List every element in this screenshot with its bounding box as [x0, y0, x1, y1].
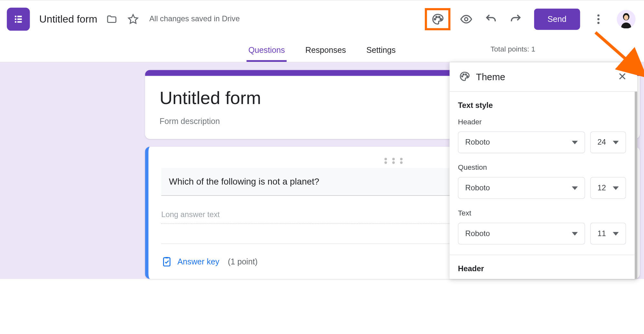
svg-point-25: [462, 76, 463, 77]
question-font-select[interactable]: Roboto: [458, 177, 585, 199]
customize-theme-icon[interactable]: [431, 13, 444, 25]
tab-responses[interactable]: Responses: [304, 46, 348, 62]
svg-rect-4: [15, 21, 16, 23]
save-status: All changes saved in Drive: [149, 14, 240, 24]
text-font-value: Roboto: [465, 229, 490, 238]
svg-rect-23: [165, 257, 168, 258]
total-points-label: Total points: 1: [491, 45, 636, 53]
svg-marker-6: [129, 14, 138, 23]
move-to-folder-icon[interactable]: [105, 12, 119, 26]
svg-point-7: [434, 18, 436, 20]
svg-point-11: [465, 17, 468, 21]
tabs-row: Questions Responses Settings Total point…: [0, 38, 644, 62]
svg-rect-22: [164, 258, 170, 266]
text-style-section-title: Text style: [458, 101, 626, 110]
header-font-value: Roboto: [465, 138, 490, 147]
svg-point-9: [438, 16, 440, 17]
tab-settings[interactable]: Settings: [365, 46, 397, 62]
close-icon[interactable]: [617, 71, 628, 84]
answer-key-label: Answer key: [178, 257, 219, 266]
section-divider: [449, 254, 635, 255]
header-font-select[interactable]: Roboto: [458, 131, 585, 153]
text-size-value: 11: [598, 229, 606, 238]
text-font-select[interactable]: Roboto: [458, 223, 585, 244]
palette-icon: [459, 71, 470, 84]
header-font-label: Header: [458, 118, 626, 126]
svg-point-12: [597, 14, 600, 16]
header-size-select[interactable]: 24: [590, 131, 626, 153]
annotation-highlight: [425, 8, 450, 30]
header-section-title: Header: [458, 264, 626, 273]
preview-icon[interactable]: [460, 13, 473, 25]
question-text-input[interactable]: [161, 168, 468, 196]
svg-rect-5: [17, 21, 22, 23]
svg-point-10: [440, 18, 441, 20]
points-label: (1 point): [228, 257, 257, 266]
text-font-label: Text: [458, 209, 626, 217]
svg-rect-0: [15, 15, 16, 17]
question-font-label: Question: [458, 163, 626, 172]
svg-point-8: [436, 16, 437, 17]
svg-point-13: [597, 18, 600, 20]
star-icon[interactable]: [126, 12, 140, 26]
svg-point-16: [624, 15, 629, 20]
account-avatar[interactable]: [617, 10, 636, 28]
svg-rect-3: [17, 18, 22, 20]
svg-point-27: [465, 74, 466, 75]
more-options-icon[interactable]: [592, 13, 605, 25]
text-size-select[interactable]: 11: [590, 223, 626, 244]
redo-icon[interactable]: [509, 13, 522, 25]
question-font-value: Roboto: [465, 183, 490, 192]
svg-rect-1: [17, 15, 22, 17]
svg-point-14: [597, 22, 600, 24]
undo-icon[interactable]: [485, 13, 497, 25]
question-size-select[interactable]: 12: [590, 177, 626, 199]
question-size-value: 12: [598, 183, 606, 192]
tab-questions[interactable]: Questions: [247, 46, 287, 62]
svg-point-26: [463, 74, 464, 75]
svg-point-28: [467, 76, 468, 77]
header-size-value: 24: [598, 138, 606, 147]
theme-panel-title: Theme: [476, 72, 611, 82]
form-title-input[interactable]: Untitled form: [39, 13, 97, 25]
answer-key-button[interactable]: Answer key: [161, 256, 219, 267]
svg-rect-2: [15, 18, 16, 20]
app-header: Untitled form All changes saved in Drive: [0, 0, 644, 38]
forms-logo-icon: [7, 7, 30, 30]
theme-panel: Theme Text style Header Roboto 24: [449, 62, 637, 279]
send-button[interactable]: Send: [534, 8, 580, 30]
form-canvas: Untitled form Form description ● ● ●● ● …: [0, 62, 644, 279]
